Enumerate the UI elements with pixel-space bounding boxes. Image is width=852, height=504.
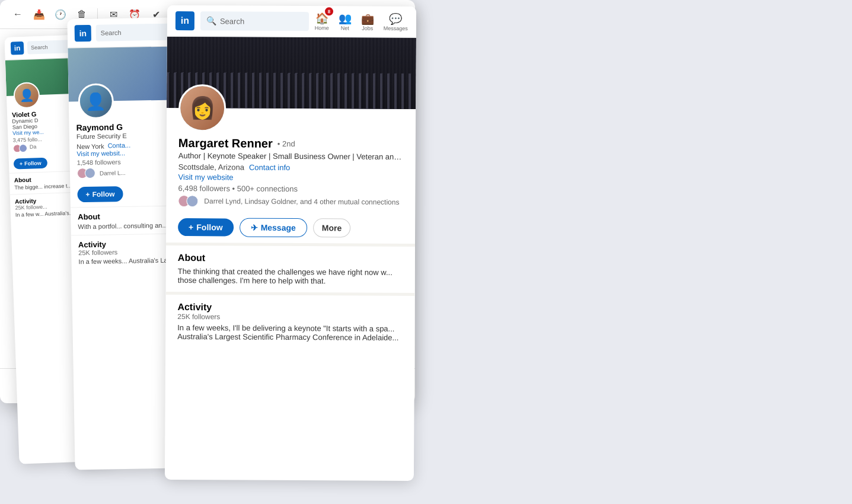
back-button[interactable]: ← [9, 6, 26, 23]
profile-location-row-3: Scottsdale, Arizona Contact info [178, 162, 404, 173]
profile-website-3[interactable]: Visit my website [178, 173, 404, 183]
avatar-1: 👤 [13, 82, 40, 109]
profile-location-2: New York [76, 143, 104, 151]
mutual-text-2: Darrel L... [100, 169, 126, 176]
follow-plus-1: + [20, 161, 23, 167]
about-section-3: About The thinking that created the chal… [166, 243, 415, 293]
linkedin-card-3: in 🔍 Search 🏠 8 Home 👥 Net 💼 Jobs 💬 [165, 5, 416, 481]
more-button-3[interactable]: More [313, 218, 351, 237]
nav-icons-3: 🏠 8 Home 👥 Net 💼 Jobs 💬 Messages [315, 12, 408, 31]
nav-network-3[interactable]: 👥 Net [339, 12, 352, 31]
mini-av-3b [186, 195, 198, 207]
message-label-3: Message [261, 223, 296, 232]
mutual-row-3: Darrel Lynd, Lindsay Goldner, and 4 othe… [178, 195, 403, 208]
search-placeholder-3: Search [220, 17, 244, 25]
profile-location-3: Scottsdale, Arizona [178, 162, 244, 172]
mutual-text-1: Da [30, 143, 37, 152]
profile-title-3: Author | Keynote Speaker | Small Busines… [178, 151, 404, 161]
nav-jobs-3[interactable]: 💼 Jobs [361, 12, 374, 31]
follow-label-1: Follow [24, 160, 42, 167]
follow-button-2[interactable]: + Follow [77, 186, 123, 202]
message-button-3[interactable]: ✈ Message [240, 218, 307, 238]
profile-name-3: Margaret Renner [178, 136, 273, 151]
contact-link-2[interactable]: Conta... [107, 142, 130, 149]
nav-network-label: Net [341, 25, 349, 31]
profile-name-row-3: Margaret Renner • 2nd [178, 136, 404, 151]
activity-followers-3: 25K followers [177, 312, 403, 322]
contact-info-3[interactable]: Contact info [249, 163, 290, 172]
message-icon-3: ✈ [251, 223, 258, 232]
follow-button-1[interactable]: + Follow [14, 158, 47, 170]
follow-plus-2: + [85, 190, 90, 199]
mini-avatars-3 [178, 195, 194, 207]
about-text-3: The thinking that created the challenges… [178, 267, 403, 286]
profile-info-3: Margaret Renner • 2nd Author | Keynote S… [166, 132, 416, 213]
nav-messages-3[interactable]: 💬 Messages [384, 12, 408, 31]
search-bar-3[interactable]: 🔍 Search [200, 11, 309, 31]
nav-jobs-label: Jobs [362, 25, 373, 31]
follow-label-3: Follow [196, 222, 222, 232]
avatar-wrap-3: 👩 [167, 84, 416, 133]
follow-label-2: Follow [92, 190, 114, 199]
search-icon-3: 🔍 [206, 16, 216, 25]
linkedin-logo-2: in [75, 25, 91, 42]
linkedin-logo-1: in [11, 42, 24, 55]
avatar-3: 👩 [178, 84, 226, 132]
archive-icon[interactable]: 📥 [31, 6, 47, 23]
degree-badge-3: • 2nd [277, 139, 295, 148]
linkedin-logo-3: in [175, 11, 194, 30]
follow-icon-3: + [189, 222, 193, 232]
activity-title-3: Activity [177, 302, 403, 314]
follow-button-3[interactable]: + Follow [178, 218, 234, 236]
followers-row-3: 6,498 followers • 500+ connections [178, 184, 403, 194]
mini-avatar-2b [85, 168, 95, 178]
action-row-3: + Follow ✈ Message More [178, 218, 403, 238]
mutual-text-3: Darrel Lynd, Lindsay Goldner, and 4 othe… [204, 197, 399, 206]
about-title-3: About [178, 253, 403, 264]
search-placeholder-2: Search [101, 29, 122, 37]
nav-home-badge: 8 [325, 7, 333, 15]
mini-avatar-1b [19, 144, 27, 152]
activity-text-3: In a few weeks, I'll be delivering a key… [177, 323, 403, 342]
avatar-2: 👤 [78, 83, 114, 119]
nav-home-label: Home [315, 25, 329, 31]
snooze-icon[interactable]: 🕐 [52, 6, 69, 23]
activity-section-3: Activity 25K followers In a few weeks, I… [165, 292, 414, 349]
navbar-3: in 🔍 Search 🏠 8 Home 👥 Net 💼 Jobs 💬 [167, 5, 416, 38]
nav-messages-label: Messages [384, 25, 408, 31]
more-label-3: More [322, 223, 342, 232]
search-placeholder-1: Search [31, 44, 48, 50]
nav-home-3[interactable]: 🏠 8 Home [315, 12, 329, 31]
